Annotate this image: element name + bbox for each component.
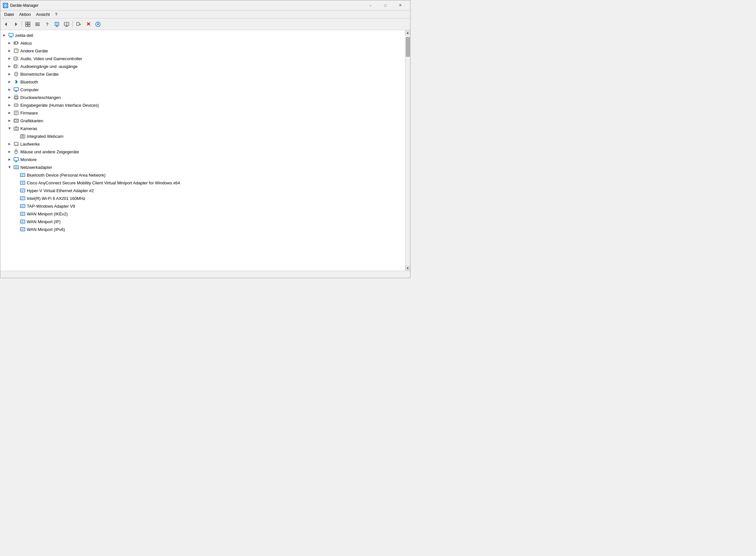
tree-item-bluetooth-pan[interactable]: Bluetooth Device (Personal Area Network) [0,171,405,179]
svg-rect-74 [14,120,16,121]
tree-item-eingabegeraete[interactable]: Eingabegeräte (Human Interface Devices) [0,101,405,109]
expand-akkus[interactable] [7,40,12,46]
expand-kameras[interactable] [7,126,12,131]
expand-eingabe[interactable] [7,103,12,108]
tree-item-audioeingaenge[interactable]: Audioeingänge und -ausgänge [0,62,405,70]
svg-rect-7 [26,22,28,24]
tree-item-andere-geraete[interactable]: ? Andere Geräte [0,47,405,55]
expand-maeuse[interactable] [7,149,12,154]
tree-item-maeuse[interactable]: Mäuse und andere Zeigegeräte [0,148,405,155]
hyperv-label: Hyper-V Virtual Ethernet Adapter #2 [27,188,94,193]
bluetooth-label: Bluetooth [21,79,38,84]
restore-button[interactable]: □ [378,0,393,11]
laufwerke-label: Laufwerke [21,142,40,146]
svg-rect-3 [4,6,5,7]
scroll-thumb[interactable] [406,37,410,57]
expand-grafik[interactable] [7,118,12,123]
biometric-icon [13,71,19,77]
svg-point-80 [15,128,17,130]
tree-item-monitore[interactable]: Monitore [0,155,405,163]
expand-andere[interactable] [7,48,12,54]
scroll-down-button[interactable]: ▼ [405,266,411,271]
tree-root-zelda-dell[interactable]: zelda-dell [0,31,405,39]
svg-rect-81 [15,127,17,128]
expand-root[interactable] [2,33,7,38]
tree-item-laufwerke[interactable]: Laufwerke [0,140,405,148]
svg-rect-2 [6,4,7,5]
svg-rect-10 [28,25,30,27]
tree-item-audio-video[interactable]: Audio, Video und Gamecontroller [0,55,405,62]
help-toolbar-button[interactable]: ? [43,20,52,29]
status-bar [0,271,410,278]
svg-rect-98 [14,166,18,169]
battery-icon [13,40,19,46]
svg-rect-9 [26,25,28,27]
expand-computer[interactable] [7,87,12,92]
device-tree[interactable]: zelda-dell Akkus [0,30,405,271]
computer-scan-button[interactable] [62,20,71,29]
close-button[interactable]: ✕ [393,0,408,11]
svg-marker-32 [8,42,11,44]
tree-item-akkus[interactable]: Akkus [0,39,405,47]
scroll-up-button[interactable]: ▲ [405,30,411,35]
tree-item-druckwarteschlangen[interactable]: Druckwarteschlangen [0,94,405,101]
webcam-device-icon [20,133,26,139]
menu-help[interactable]: ? [52,11,60,18]
overview-button[interactable] [23,20,32,29]
svg-point-41 [14,58,16,59]
expand-biometrisch[interactable] [7,71,12,77]
expand-firmware[interactable] [7,110,12,115]
tree-item-wan-ipv6[interactable]: WAN Miniport (IPv6) [0,225,405,233]
scrollbar[interactable]: ▲ ▼ [405,30,410,271]
firmware-label: Firmware [21,111,38,115]
menu-datei[interactable]: Datei [2,11,16,18]
menu-ansicht[interactable]: Ansicht [34,11,53,18]
download-button[interactable] [93,20,103,29]
tree-item-bluetooth[interactable]: Bluetooth [0,78,405,86]
tree-item-integrated-webcam[interactable]: Integrated Webcam [0,132,405,140]
expand-bluetooth[interactable] [7,79,12,84]
tree-item-hyperv[interactable]: Hyper-V Virtual Ethernet Adapter #2 [0,187,405,195]
no-expand-bt-pan [13,172,18,178]
title-bar: Geräte-Manager − □ ✕ [0,0,410,11]
tree-item-netzwerkadapter[interactable]: Netzwerkadapter [0,163,405,171]
bluetooth-icon [13,79,19,85]
expand-drucker[interactable] [7,95,12,100]
audioeingaenge-label: Audioeingänge und -ausgänge [21,64,78,69]
tree-item-wan-ip[interactable]: WAN Miniport (IP) [0,218,405,225]
tree-item-firmware[interactable]: Firmware [0,109,405,117]
svg-rect-18 [64,22,69,26]
expand-audio[interactable] [7,56,12,61]
forward-button[interactable] [11,20,21,29]
root-label: zelda-dell [15,33,33,38]
expand-netzwerk[interactable] [7,165,12,170]
tree-item-computer[interactable]: Computer [0,86,405,94]
svg-marker-6 [15,22,17,26]
svg-marker-61 [8,104,11,106]
tree-item-cisco[interactable]: Cisco AnyConnect Secure Mobility Client … [0,179,405,187]
tree-item-tap-windows[interactable]: TAP-Windows Adapter V9 [0,202,405,210]
wan-ip-label: WAN Miniport (IP) [27,219,61,224]
update-driver-button[interactable] [52,20,62,29]
drive-icon [13,141,19,147]
tree-item-kameras[interactable]: Kameras [0,125,405,132]
tree-item-grafikkarten[interactable]: Grafikkarten [0,117,405,125]
network-adapter-icon-2 [20,180,26,186]
remove-button[interactable]: ✕ [84,20,93,29]
properties-button[interactable] [33,20,42,29]
minimize-button[interactable]: − [363,0,378,11]
expand-monitore[interactable] [7,157,12,162]
tree-item-intel-wifi[interactable]: Intel(R) Wi-Fi 6 AX201 160MHz [0,195,405,202]
add-driver-button[interactable] [74,20,83,29]
expand-laufwerke[interactable] [7,141,12,146]
back-button[interactable] [2,20,11,29]
expand-audioeingaenge[interactable] [7,64,12,69]
akkus-label: Akkus [21,41,32,46]
printer-icon [13,95,19,100]
svg-rect-66 [15,105,17,106]
svg-rect-85 [22,134,24,135]
menu-aktion[interactable]: Aktion [16,11,33,18]
audio-port-icon [13,63,19,69]
tree-item-biometrisch[interactable]: Biometrische Geräte [0,70,405,78]
tree-item-wan-ikev2[interactable]: WAN Miniport (IKEv2) [0,210,405,218]
